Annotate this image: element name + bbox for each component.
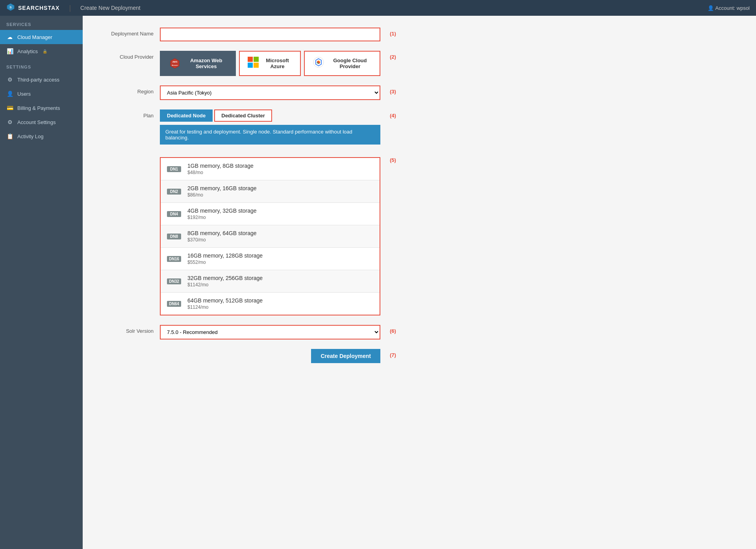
- plan-label: Plan: [98, 109, 154, 119]
- node-info-dn2: 2GB memory, 16GB storage $86/mo: [187, 185, 373, 198]
- sidebar-analytics-label: Analytics: [17, 48, 38, 54]
- solr-version-select[interactable]: 7.5.0 - Recommended 7.4.0 7.3.0 6.6.5: [160, 325, 380, 339]
- dedicated-node-tab[interactable]: Dedicated Node: [160, 109, 213, 122]
- node-price-dn2: $86/mo: [187, 192, 373, 198]
- sidebar-item-billing[interactable]: 💳 Billing & Payments: [0, 101, 83, 115]
- deployment-name-row: Deployment Name (1): [98, 28, 740, 41]
- page-title-text: Create New Deployment: [80, 5, 141, 11]
- step-3: (3): [390, 85, 396, 95]
- account-icon: 👤: [708, 5, 714, 11]
- separator: |: [69, 4, 71, 12]
- main-layout: SERVICES ☁ Cloud Manager 📊 Analytics 🔒 S…: [0, 16, 756, 549]
- users-icon: 👤: [6, 91, 13, 97]
- cloud-provider-label: Cloud Provider: [98, 51, 154, 60]
- node-item-dn64[interactable]: DN64 64GB memory, 512GB storage $1124/mo: [161, 293, 380, 315]
- node-name-dn2: 2GB memory, 16GB storage: [187, 185, 373, 191]
- node-badge-dn2: DN2: [167, 189, 181, 195]
- aws-label: Amazon Web Services: [185, 57, 227, 69]
- node-item-dn1[interactable]: DN1 1GB memory, 8GB storage $48/mo: [161, 158, 380, 180]
- node-price-dn32: $1142/mo: [187, 282, 373, 287]
- node-name-dn1: 1GB memory, 8GB storage: [187, 163, 373, 169]
- sidebar-third-party-label: Third-party access: [17, 77, 59, 83]
- dedicated-cluster-tab[interactable]: Dedicated Cluster: [214, 109, 272, 122]
- aws-provider-btn[interactable]: AWS Amazon Amazon Web Services: [160, 51, 236, 76]
- step-5: (5): [390, 154, 396, 163]
- node-item-dn8[interactable]: DN8 8GB memory, 64GB storage $370/mo: [161, 225, 380, 248]
- cloud-provider-control: AWS Amazon Amazon Web Services: [160, 51, 380, 76]
- solr-version-control: 7.5.0 - Recommended 7.4.0 7.3.0 6.6.5: [160, 325, 380, 339]
- node-item-dn2[interactable]: DN2 2GB memory, 16GB storage $86/mo: [161, 180, 380, 203]
- node-price-dn4: $192/mo: [187, 215, 373, 220]
- sidebar-users-label: Users: [17, 91, 31, 97]
- sidebar-account-settings-label: Account Settings: [17, 119, 56, 125]
- svg-rect-6: [248, 57, 253, 62]
- sidebar-billing-label: Billing & Payments: [17, 105, 60, 111]
- azure-label: Microsoft Azure: [263, 57, 292, 69]
- plan-control: Dedicated Node Dedicated Cluster Great f…: [160, 109, 380, 145]
- node-price-dn16: $552/mo: [187, 260, 373, 265]
- deployment-name-label: Deployment Name: [98, 28, 154, 37]
- node-info-dn16: 16GB memory, 128GB storage $552/mo: [187, 252, 373, 265]
- node-price-dn1: $48/mo: [187, 170, 373, 175]
- node-item-dn32[interactable]: DN32 32GB memory, 256GB storage $1142/mo: [161, 270, 380, 293]
- activity-log-icon: 📋: [6, 133, 13, 139]
- settings-section-label: SETTINGS: [0, 58, 83, 72]
- cloud-providers-group: AWS Amazon Amazon Web Services: [160, 51, 380, 76]
- gcp-provider-btn[interactable]: Google Cloud Provider: [304, 51, 380, 76]
- sidebar-activity-log-label: Activity Log: [17, 134, 43, 139]
- node-badge-dn32: DN32: [167, 278, 181, 284]
- node-name-dn4: 4GB memory, 32GB storage: [187, 208, 373, 214]
- account-label: Account: wpsol: [715, 5, 750, 11]
- billing-icon: 💳: [6, 105, 13, 111]
- region-select[interactable]: Asia Pacific (Tokyo) US East (N. Virgini…: [160, 85, 380, 100]
- region-row: Region Asia Pacific (Tokyo) US East (N. …: [98, 85, 740, 100]
- sidebar: SERVICES ☁ Cloud Manager 📊 Analytics 🔒 S…: [0, 16, 83, 549]
- node-price-dn8: $370/mo: [187, 237, 373, 243]
- step-4: (4): [390, 109, 396, 119]
- step-7: (7): [390, 349, 396, 358]
- sidebar-item-cloud-manager[interactable]: ☁ Cloud Manager: [0, 30, 83, 44]
- node-name-dn64: 64GB memory, 512GB storage: [187, 297, 373, 304]
- sidebar-item-third-party[interactable]: ⚙ Third-party access: [0, 72, 83, 87]
- svg-rect-7: [254, 57, 259, 62]
- content-area: Deployment Name (1) Cloud Provider: [83, 16, 756, 549]
- solr-version-label: Solr Version: [98, 325, 154, 334]
- topbar: S SEARCHSTAX | Create New Deployment 👤 A…: [0, 0, 756, 16]
- step-1: (1): [390, 28, 396, 37]
- svg-text:S: S: [9, 6, 12, 9]
- logo-area: S SEARCHSTAX: [6, 3, 59, 13]
- sidebar-item-account-settings[interactable]: ⚙ Account Settings: [0, 115, 83, 129]
- svg-rect-9: [254, 63, 259, 68]
- nodes-row: DN1 1GB memory, 8GB storage $48/mo DN2 2…: [98, 154, 740, 315]
- logo-text: SEARCHSTAX: [18, 5, 59, 11]
- node-badge-dn64: DN64: [167, 301, 181, 307]
- node-info-dn8: 8GB memory, 64GB storage $370/mo: [187, 230, 373, 243]
- plan-row: Plan Dedicated Node Dedicated Cluster Gr…: [98, 109, 740, 145]
- sidebar-item-analytics[interactable]: 📊 Analytics 🔒: [0, 44, 83, 58]
- topbar-left: S SEARCHSTAX | Create New Deployment: [6, 3, 141, 13]
- logo-icon: S: [6, 3, 15, 13]
- cloud-provider-row: Cloud Provider AWS Amazon: [98, 51, 740, 76]
- azure-icon: [248, 57, 259, 70]
- node-badge-dn4: DN4: [167, 211, 181, 217]
- aws-icon: AWS Amazon: [169, 57, 181, 70]
- gcp-icon: [313, 56, 324, 70]
- sidebar-item-activity-log[interactable]: 📋 Activity Log: [0, 129, 83, 143]
- node-item-dn16[interactable]: DN16 16GB memory, 128GB storage $552/mo: [161, 248, 380, 270]
- deployment-name-input[interactable]: [160, 28, 380, 41]
- analytics-icon: 📊: [6, 48, 13, 54]
- create-deployment-button[interactable]: Create Deployment: [311, 349, 380, 363]
- step-2: (2): [390, 51, 396, 60]
- cloud-icon: ☁: [6, 34, 13, 40]
- create-btn-control: Create Deployment: [160, 349, 380, 363]
- create-label-spacer: [98, 349, 154, 352]
- node-list: DN1 1GB memory, 8GB storage $48/mo DN2 2…: [160, 157, 380, 315]
- step-6: (6): [390, 325, 396, 334]
- azure-provider-btn[interactable]: Microsoft Azure: [239, 51, 300, 76]
- account-info: 👤 Account: wpsol: [708, 5, 750, 11]
- plan-tabs-group: Dedicated Node Dedicated Cluster: [160, 109, 380, 122]
- node-item-dn4[interactable]: DN4 4GB memory, 32GB storage $192/mo: [161, 203, 380, 225]
- solr-version-row: Solr Version 7.5.0 - Recommended 7.4.0 7…: [98, 325, 740, 339]
- node-name-dn16: 16GB memory, 128GB storage: [187, 252, 373, 259]
- sidebar-item-users[interactable]: 👤 Users: [0, 87, 83, 101]
